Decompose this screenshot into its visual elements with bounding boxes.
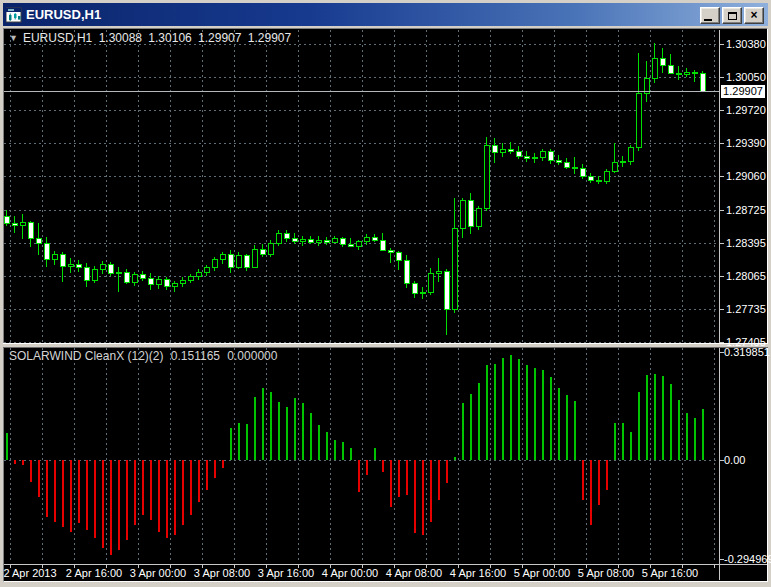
candle-bull — [156, 279, 161, 284]
candle-bear — [148, 278, 153, 284]
candle-bull — [428, 273, 433, 292]
candle-bear — [108, 264, 113, 273]
candle-bull — [644, 78, 649, 93]
candle-bear — [28, 222, 33, 238]
candle-bull — [452, 228, 457, 309]
header-close: 1.29907 — [248, 31, 291, 45]
candle-bear — [36, 238, 41, 243]
candle-bear — [44, 243, 49, 259]
candle-bear — [308, 239, 313, 242]
price-axis-label: 1.28395 — [726, 237, 766, 249]
candle-bull — [252, 249, 257, 267]
candle-bear — [444, 271, 449, 309]
candle-bull — [300, 239, 305, 241]
price-axis-label: 1.29390 — [726, 137, 766, 149]
price-axis-label: 1.29720 — [726, 104, 766, 116]
candle-bull — [180, 280, 185, 283]
time-axis-label: 5 Apr 16:00 — [642, 567, 698, 579]
candle-bear — [76, 264, 81, 267]
indicator-name: SOLARWIND CleanX (12)(2) — [9, 349, 164, 363]
candle-bull — [196, 272, 201, 276]
candle-bull — [532, 157, 537, 158]
price-axis-label: 1.30050 — [726, 71, 766, 83]
candle-bear — [660, 58, 665, 65]
time-axis-label: 4 Apr 08:00 — [386, 567, 442, 579]
time-axis-label: 3 Apr 08:00 — [194, 567, 250, 579]
candle-bull — [212, 259, 217, 267]
candle-bear — [340, 238, 345, 244]
indicator-axis-label: 0.319851 — [724, 346, 770, 358]
candle-bear — [324, 240, 329, 242]
time-axis-label: 5 Apr 08:00 — [578, 567, 634, 579]
candle-bull — [652, 58, 657, 78]
candle-bear — [292, 238, 297, 241]
candle-bear — [164, 279, 169, 286]
candle-bull — [636, 93, 641, 147]
candle-bear — [516, 151, 521, 156]
candle-bear — [588, 176, 593, 180]
candle-bear — [396, 252, 401, 260]
price-axis-label: 1.29060 — [726, 170, 766, 182]
candle-bull — [460, 200, 465, 228]
candle-bear — [228, 254, 233, 267]
candle-bull — [364, 237, 369, 241]
candle-bear — [508, 149, 513, 151]
candle-bull — [484, 145, 489, 208]
price-axis-label: 1.28725 — [726, 204, 766, 216]
indicator-value-1: 0.151165 — [171, 349, 220, 363]
candle-bull — [276, 233, 281, 243]
candle-bear — [412, 283, 417, 293]
candle-bull — [52, 254, 57, 259]
candle-bear — [388, 250, 393, 252]
price-axis-label: 1.30380 — [726, 38, 766, 50]
price-axis-label: 1.27735 — [726, 303, 766, 315]
candle-bull — [356, 241, 361, 246]
ohlc-header: ▼EURUSD,H1 1.30088 1.30106 1.29907 1.299… — [9, 31, 294, 45]
time-axis-label: 2 Apr 16:00 — [66, 567, 122, 579]
indicator-header: SOLARWIND CleanX (12)(2) 0.151165 0.0000… — [9, 349, 281, 363]
time-axis-label: 4 Apr 00:00 — [322, 567, 378, 579]
candle-bull — [100, 264, 105, 269]
candle-bear — [676, 73, 681, 74]
candle-bear — [4, 216, 9, 223]
indicator-axis-label: 0.00 — [724, 454, 745, 466]
symbol-dropdown-icon[interactable]: ▼ — [9, 33, 18, 43]
candle-bull — [116, 272, 121, 273]
candle-bull — [604, 171, 609, 181]
candle-bull — [316, 240, 321, 242]
indicator-value-2: 0.000000 — [227, 349, 277, 363]
candle-bear — [468, 200, 473, 226]
candle-bull — [268, 243, 273, 254]
candle-bear — [12, 223, 17, 225]
candle-bull — [476, 208, 481, 226]
candle-bear — [348, 244, 353, 246]
candle-bear — [580, 168, 585, 176]
candle-bear — [564, 162, 569, 167]
candle-bear — [596, 180, 601, 181]
header-low: 1.29907 — [198, 31, 241, 45]
indicator-axis-label: -0.294969 — [724, 553, 771, 565]
pane-splitter[interactable] — [3, 343, 768, 348]
candle-series — [4, 43, 705, 335]
candle-bear — [60, 254, 65, 266]
time-axis-label: 5 Apr 00:00 — [514, 567, 570, 579]
candle-bear — [668, 65, 673, 73]
candle-bear — [556, 160, 561, 162]
current-price-tag: 1.29907 — [721, 85, 765, 98]
candle-bear — [572, 167, 577, 168]
candle-bull — [236, 255, 241, 267]
candle-bear — [244, 255, 249, 267]
candle-bear — [380, 240, 385, 250]
candle-bear — [124, 272, 129, 282]
histogram-series — [7, 355, 703, 555]
candle-bull — [92, 269, 97, 280]
header-symbol: EURUSD,H1 — [23, 31, 92, 45]
candle-bull — [68, 264, 73, 266]
candle-bear — [700, 73, 705, 91]
chart-canvas — [0, 0, 771, 587]
candle-bull — [132, 274, 137, 282]
candle-bear — [548, 151, 553, 160]
candle-bull — [628, 147, 633, 161]
candle-bull — [500, 149, 505, 152]
candle-bear — [284, 233, 289, 238]
